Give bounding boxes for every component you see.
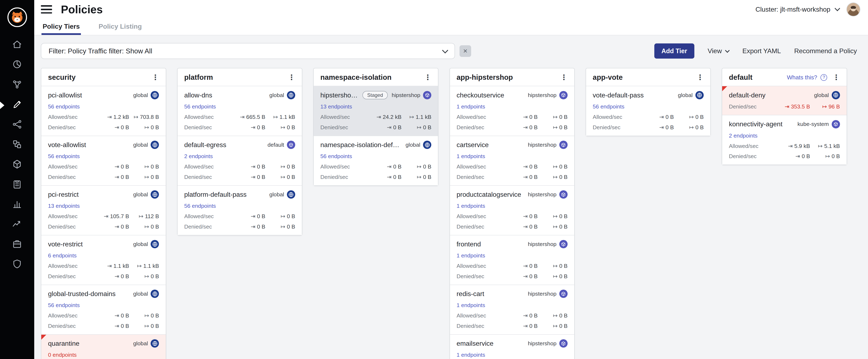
- menu-toggle-icon[interactable]: [41, 5, 52, 13]
- sidebar-item-nodes[interactable]: [0, 135, 34, 155]
- tab-policy-listing[interactable]: Policy Listing: [97, 19, 143, 35]
- sidebar-item-timeline[interactable]: [0, 195, 34, 215]
- recommend-policy-button[interactable]: Recommend a Policy: [794, 47, 857, 55]
- policy-card-allow-dns[interactable]: allow-dnsglobal56 endpointsAllowed/sec⇥6…: [178, 86, 302, 135]
- policy-card-vote-default-pass[interactable]: vote-default-passglobal56 endpointsAllow…: [586, 86, 710, 135]
- policy-card-platform-default-pass[interactable]: platform-default-passglobal56 endpointsA…: [178, 185, 302, 235]
- sidebar-item-threat-defense[interactable]: [0, 255, 34, 275]
- export-yaml-button[interactable]: Export YAML: [742, 47, 781, 55]
- endpoints-link[interactable]: 1 endpoints: [457, 302, 567, 308]
- policy-card-redis-cart[interactable]: redis-carthipstershop1 endpointsAllowed/…: [450, 285, 574, 334]
- policy-card-pci-restrict[interactable]: pci-restrictglobal13 endpointsAllowed/se…: [41, 185, 165, 235]
- policy-card-emailservice[interactable]: emailservicehipstershop1 endpointsAllowe…: [450, 334, 574, 359]
- policy-card-productcatalogservice[interactable]: productcatalogservicehipstershop1 endpoi…: [450, 185, 574, 235]
- scope-label: hipstershop: [392, 92, 420, 99]
- policy-card-pci-allowlist[interactable]: pci-allowlistglobal56 endpointsAllowed/s…: [41, 86, 165, 135]
- tab-policy-tiers[interactable]: Policy Tiers: [41, 19, 81, 35]
- policy-card-quarantine[interactable]: quarantineglobal0 endpoints: [41, 334, 165, 359]
- policy-card-hipstershop-gh[interactable]: hipstershop-gh...Stagedhipstershop13 end…: [314, 86, 438, 135]
- policy-card-cartservice[interactable]: cartservicehipstershop1 endpointsAllowed…: [450, 136, 574, 185]
- scope-label: global: [678, 92, 693, 99]
- endpoints-link[interactable]: 56 endpoints: [320, 153, 431, 160]
- whats-this-link[interactable]: Whats this?: [787, 74, 817, 81]
- sidebar: [0, 0, 34, 359]
- clear-filter-button[interactable]: ×: [460, 45, 471, 57]
- egress-value: ↦0 B: [676, 124, 704, 131]
- endpoints-link[interactable]: 56 endpoints: [48, 153, 159, 160]
- avatar[interactable]: [846, 2, 860, 17]
- endpoints-link[interactable]: 56 endpoints: [184, 104, 295, 110]
- endpoints-link[interactable]: 1 endpoints: [457, 104, 567, 110]
- traffic-row: Denied/sec⇥0 B↦0 B: [320, 174, 431, 180]
- endpoints-link[interactable]: 2 endpoints: [184, 153, 295, 160]
- policy-name: allow-dns: [184, 91, 212, 99]
- endpoints-link[interactable]: 1 endpoints: [457, 352, 567, 358]
- endpoints-link[interactable]: 0 endpoints: [48, 352, 159, 358]
- traffic-values: ⇥5.9 kB↦5.1 kB: [782, 143, 840, 149]
- traffic-values: ⇥0 B↦0 B: [101, 164, 159, 170]
- sidebar-item-dashboards[interactable]: [0, 55, 34, 76]
- scope-label: hipstershop: [528, 340, 556, 347]
- ingress-value: ⇥105.7 B: [101, 213, 129, 220]
- cluster-selector[interactable]: Cluster: jlt-msft-workshop: [755, 6, 839, 13]
- ingress-arrow-icon: ⇥: [115, 125, 119, 130]
- scope-label: global: [814, 92, 829, 99]
- sidebar-item-service-graph[interactable]: [0, 76, 34, 95]
- endpoints-link[interactable]: 1 endpoints: [457, 153, 567, 160]
- policy-card-default-egress[interactable]: default-egressdefault2 endpointsAllowed/…: [178, 136, 302, 185]
- endpoints-link[interactable]: 13 endpoints: [320, 104, 431, 110]
- sidebar-item-activity[interactable]: [0, 215, 34, 235]
- policy-name: global-trusted-domains: [48, 290, 116, 298]
- endpoints-link[interactable]: 56 endpoints: [184, 203, 295, 209]
- endpoints-link[interactable]: 13 endpoints: [48, 203, 159, 209]
- kebab-menu-icon[interactable]: ⋮: [286, 74, 298, 81]
- sidebar-item-inventory[interactable]: [0, 235, 34, 255]
- sidebar-item-compliance[interactable]: [0, 175, 34, 195]
- traffic-values: ⇥0 B↦0 B: [510, 312, 567, 319]
- endpoints-link[interactable]: 6 endpoints: [48, 252, 159, 259]
- endpoints-link[interactable]: 1 endpoints: [457, 252, 567, 259]
- traffic-label: Allowed/sec: [320, 114, 350, 120]
- tier-name: namespace-isolation: [320, 73, 392, 81]
- view-dropdown[interactable]: View: [708, 47, 729, 55]
- kebab-menu-icon[interactable]: ⋮: [150, 74, 161, 81]
- sidebar-item-home[interactable]: [0, 35, 34, 55]
- endpoints-link[interactable]: 56 endpoints: [48, 104, 159, 110]
- policy-card-konnectivity-agent[interactable]: konnectivity-agentkube-system2 endpoints…: [722, 115, 846, 165]
- sidebar-item-workloads[interactable]: [0, 155, 34, 175]
- policy-scope: global: [406, 141, 432, 149]
- kebab-menu-icon[interactable]: ⋮: [694, 74, 706, 81]
- endpoints-link[interactable]: 56 endpoints: [593, 104, 704, 110]
- policy-card-default-deny[interactable]: default-denyglobalDenied/sec⇥353.5 B↦96 …: [722, 86, 846, 115]
- policy-card-global-trusted-domains[interactable]: global-trusted-domainsglobal56 endpoints…: [41, 285, 165, 334]
- namespace-icon: [832, 120, 840, 129]
- kebab-menu-icon[interactable]: ⋮: [422, 74, 434, 81]
- sidebar-item-policies[interactable]: [0, 95, 34, 115]
- traffic-values: ⇥0 B↦0 B: [510, 273, 567, 280]
- traffic-values: ⇥0 B↦0 B: [510, 174, 567, 180]
- egress-value: ↦0 B: [812, 153, 840, 160]
- policy-card-vote-allowlist[interactable]: vote-allowlistglobal56 endpointsAllowed/…: [41, 136, 165, 185]
- add-tier-button[interactable]: Add Tier: [654, 44, 694, 59]
- egress-value: ↦0 B: [131, 273, 159, 280]
- endpoints-link[interactable]: 1 endpoints: [457, 203, 567, 209]
- endpoints-link[interactable]: 56 endpoints: [48, 302, 159, 308]
- kebab-menu-icon[interactable]: ⋮: [558, 74, 570, 81]
- endpoints-link[interactable]: 2 endpoints: [729, 133, 840, 139]
- traffic-label: Denied/sec: [48, 224, 75, 230]
- traffic-row: Denied/sec⇥0 B↦0 B: [48, 224, 159, 230]
- sidebar-item-network-sets[interactable]: [0, 115, 34, 135]
- traffic-label: Allowed/sec: [593, 114, 622, 120]
- policy-filter-select[interactable]: Filter: Policy Traffic filter: Show All: [41, 43, 455, 59]
- policies-icon: [12, 99, 22, 112]
- ingress-arrow-icon: ⇥: [240, 114, 245, 120]
- policy-card-vote-restrict[interactable]: vote-restrictglobal6 endpointsAllowed/se…: [41, 235, 165, 285]
- policy-card-checkoutservice[interactable]: checkoutservicehipstershop1 endpointsAll…: [450, 86, 574, 135]
- kebab-menu-icon[interactable]: ⋮: [831, 74, 842, 81]
- policy-name: platform-default-pass: [184, 191, 247, 198]
- policy-name: productcatalogservice: [457, 191, 521, 198]
- policy-card-frontend[interactable]: frontendhipstershop1 endpointsAllowed/se…: [450, 235, 574, 285]
- policy-card-namespace-isolation-default-p[interactable]: namespace-isolation-default-p...global56…: [314, 136, 438, 185]
- policy-name: default-egress: [184, 141, 226, 149]
- ingress-arrow-icon: ⇥: [523, 313, 528, 319]
